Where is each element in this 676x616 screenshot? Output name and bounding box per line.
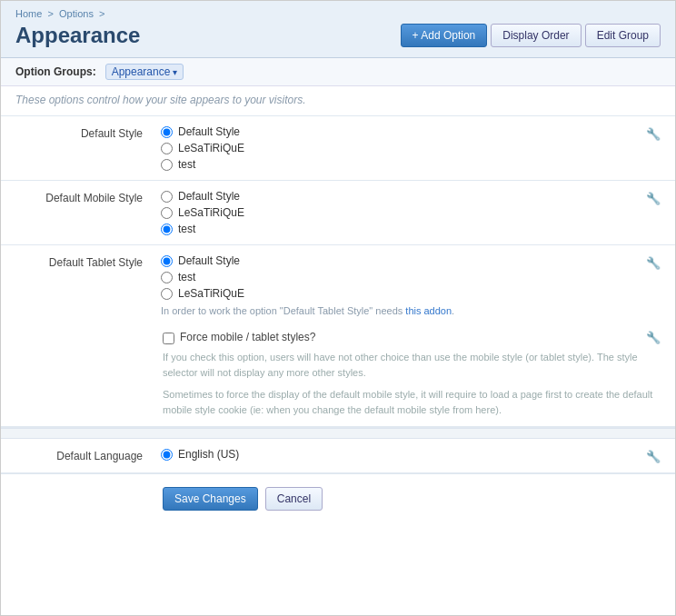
breadcrumb: Home > Options > bbox=[15, 8, 661, 19]
default-style-radio-0[interactable] bbox=[161, 126, 173, 138]
default-mobile-style-section: Default Mobile Style Default Style LeSaT… bbox=[1, 181, 675, 245]
default-language-section: Default Language English (US) 🔧 bbox=[1, 439, 675, 473]
edit-group-button[interactable]: Edit Group bbox=[585, 24, 661, 47]
default-mobile-style-row: Default Mobile Style Default Style LeSaT… bbox=[1, 181, 675, 244]
option-groups-bar: Option Groups: Appearance bbox=[1, 58, 675, 86]
default-style-controls: Default Style LeSaTiRiQuE test bbox=[161, 125, 633, 171]
breadcrumb-home[interactable]: Home bbox=[15, 8, 42, 19]
default-language-label: Default Language bbox=[15, 448, 161, 462]
force-mobile-desc1: If you check this option, users will hav… bbox=[163, 350, 661, 380]
force-mobile-desc2: Sometimes to force the display of the de… bbox=[163, 387, 661, 417]
default-style-label: Default Style bbox=[15, 125, 161, 140]
group-description: These options control how your site appe… bbox=[1, 86, 675, 116]
default-language-radio-0[interactable] bbox=[161, 449, 173, 461]
default-style-radio-2[interactable] bbox=[161, 159, 173, 171]
default-mobile-style-option-2[interactable]: test bbox=[161, 223, 633, 235]
default-tablet-style-option-1-label: test bbox=[178, 271, 195, 283]
force-mobile-section: Force mobile / tablet styles? 🔧 If you c… bbox=[1, 325, 675, 427]
default-language-wrench-icon[interactable]: 🔧 bbox=[646, 450, 661, 463]
tablet-style-info: In order to work the option "Default Tab… bbox=[161, 305, 633, 316]
default-tablet-style-option-2[interactable]: LeSaTiRiQuE bbox=[161, 287, 633, 300]
tablet-style-info-suffix: . bbox=[452, 305, 454, 316]
default-mobile-style-option-0-label: Default Style bbox=[178, 190, 240, 203]
default-mobile-style-radio-group: Default Style LeSaTiRiQuE test bbox=[161, 190, 633, 235]
default-tablet-style-section: Default Tablet Style Default Style test bbox=[1, 245, 675, 428]
default-tablet-style-option-0-label: Default Style bbox=[178, 254, 240, 267]
top-bar: Home > Options > Appearance + Add Option… bbox=[1, 1, 675, 58]
default-tablet-style-label: Default Tablet Style bbox=[15, 254, 161, 269]
default-tablet-style-radio-1[interactable] bbox=[161, 272, 173, 283]
cancel-button[interactable]: Cancel bbox=[265, 487, 323, 511]
default-style-radio-group: Default Style LeSaTiRiQuE test bbox=[161, 125, 633, 171]
default-tablet-style-row: Default Tablet Style Default Style test bbox=[1, 245, 675, 325]
default-tablet-style-radio-0[interactable] bbox=[161, 255, 173, 267]
tablet-style-info-prefix: In order to work the option "Default Tab… bbox=[161, 305, 405, 316]
option-group-name: Appearance bbox=[112, 65, 171, 78]
option-group-selector[interactable]: Appearance bbox=[105, 64, 184, 80]
breadcrumb-options[interactable]: Options bbox=[59, 8, 94, 19]
header-buttons: + Add Option Display Order Edit Group bbox=[401, 24, 661, 47]
default-tablet-style-option-2-label: LeSaTiRiQuE bbox=[178, 287, 244, 300]
default-mobile-style-option-1[interactable]: LeSaTiRiQuE bbox=[161, 206, 633, 219]
divider bbox=[1, 428, 675, 439]
default-language-radio-group: English (US) bbox=[161, 448, 633, 461]
default-style-section: Default Style Default Style LeSaTiRiQuE bbox=[1, 116, 675, 181]
force-mobile-checkbox[interactable] bbox=[163, 333, 174, 344]
footer-buttons: Save Changes Cancel bbox=[1, 473, 675, 523]
default-language-row: Default Language English (US) 🔧 bbox=[1, 439, 675, 472]
page-title: Appearance bbox=[15, 23, 140, 48]
default-style-radio-1[interactable] bbox=[161, 143, 173, 154]
force-mobile-row: Force mobile / tablet styles? 🔧 bbox=[163, 331, 661, 344]
default-style-option-1-label: LeSaTiRiQuE bbox=[178, 142, 244, 154]
default-mobile-style-edit: 🔧 bbox=[633, 190, 661, 205]
default-language-option-0[interactable]: English (US) bbox=[161, 448, 633, 461]
default-mobile-style-option-1-label: LeSaTiRiQuE bbox=[178, 206, 244, 219]
default-style-wrench-icon[interactable]: 🔧 bbox=[646, 127, 661, 141]
default-tablet-style-radio-2[interactable] bbox=[161, 288, 173, 300]
force-mobile-wrench-icon[interactable]: 🔧 bbox=[646, 331, 661, 344]
default-style-edit: 🔧 bbox=[633, 125, 661, 141]
default-style-option-0-label: Default Style bbox=[178, 125, 240, 138]
force-mobile-label[interactable]: Force mobile / tablet styles? bbox=[180, 331, 628, 343]
default-tablet-style-option-1[interactable]: test bbox=[161, 271, 633, 283]
default-style-option-0[interactable]: Default Style bbox=[161, 125, 633, 138]
default-mobile-style-option-0[interactable]: Default Style bbox=[161, 190, 633, 203]
default-mobile-style-wrench-icon[interactable]: 🔧 bbox=[646, 192, 661, 205]
title-row: Appearance + Add Option Display Order Ed… bbox=[15, 23, 661, 57]
default-mobile-style-radio-0[interactable] bbox=[161, 191, 173, 203]
save-changes-button[interactable]: Save Changes bbox=[163, 487, 258, 511]
default-style-option-2[interactable]: test bbox=[161, 158, 633, 171]
page-wrapper: Home > Options > Appearance + Add Option… bbox=[0, 0, 676, 616]
default-mobile-style-option-2-label: test bbox=[178, 223, 195, 235]
default-mobile-style-radio-1[interactable] bbox=[161, 207, 173, 219]
default-tablet-style-controls: Default Style test LeSaTiRiQuE In order … bbox=[161, 254, 633, 316]
default-style-option-1[interactable]: LeSaTiRiQuE bbox=[161, 142, 633, 154]
option-groups-label: Option Groups: bbox=[15, 65, 96, 78]
chevron-down-icon bbox=[173, 65, 177, 78]
add-option-button[interactable]: + Add Option bbox=[401, 24, 488, 47]
default-tablet-style-option-0[interactable]: Default Style bbox=[161, 254, 633, 267]
display-order-button[interactable]: Display Order bbox=[491, 24, 581, 47]
default-style-option-2-label: test bbox=[178, 158, 195, 171]
default-mobile-style-radio-2[interactable] bbox=[161, 224, 173, 235]
content-area: Default Style Default Style LeSaTiRiQuE bbox=[1, 116, 675, 523]
default-language-edit: 🔧 bbox=[633, 448, 661, 463]
default-tablet-style-wrench-icon[interactable]: 🔧 bbox=[646, 256, 661, 270]
default-tablet-style-edit: 🔧 bbox=[633, 254, 661, 270]
default-language-option-0-label: English (US) bbox=[178, 448, 239, 461]
default-style-row: Default Style Default Style LeSaTiRiQuE bbox=[1, 116, 675, 180]
tablet-style-addon-link[interactable]: this addon bbox=[405, 305, 452, 316]
force-mobile-edit: 🔧 bbox=[633, 331, 661, 344]
default-tablet-style-radio-group: Default Style test LeSaTiRiQuE bbox=[161, 254, 633, 300]
default-language-controls: English (US) bbox=[161, 448, 633, 461]
default-mobile-style-controls: Default Style LeSaTiRiQuE test bbox=[161, 190, 633, 235]
default-mobile-style-label: Default Mobile Style bbox=[15, 190, 161, 204]
